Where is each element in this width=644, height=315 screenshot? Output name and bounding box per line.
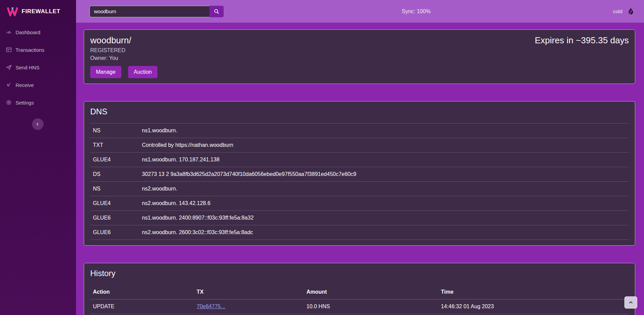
sidebar-collapse-button[interactable] <box>32 118 44 130</box>
sidebar-item-label: Transactions <box>16 47 44 53</box>
history-table: Action TX Amount Time UPDATE 70e64775...… <box>90 285 629 315</box>
domain-expiry: Expires in ~395.35 days <box>535 35 629 46</box>
table-row: GLUE4 ns2.woodburn. 143.42.128.6 <box>90 196 629 211</box>
speedometer-icon <box>6 29 12 35</box>
sidebar-item-label: Settings <box>16 100 34 106</box>
sidebar-nav: Dashboard Transactions Send HNS <box>0 23 76 111</box>
dns-record-value: ns1.woodburn. 170.187.241.138 <box>139 153 629 167</box>
wallet-mode-label: cold <box>613 8 622 14</box>
table-row: GLUE6 ns2.woodburn. 2600:3c02::f03c:93ff… <box>90 225 629 240</box>
table-row: NS ns1.woodburn. <box>90 123 629 138</box>
dns-record-value: ns2.woodburn. 2600:3c02::f03c:93ff:fe5a:… <box>139 225 629 240</box>
domain-card: woodburn/ REGISTERED Owner: You Manage A… <box>84 29 635 84</box>
history-time: 15:15:06 07 Feb 2023 <box>438 314 629 315</box>
dns-record-value: Controlled by https://nathan.woodburn <box>139 138 629 153</box>
column-header-tx: TX <box>194 285 304 299</box>
dns-record-type: GLUE4 <box>90 196 139 211</box>
scroll-to-top-button[interactable] <box>624 296 637 309</box>
table-row: UPDATE 70e64775... 10.0 HNS 14:46:32 01 … <box>90 299 629 314</box>
column-header-time: Time <box>438 285 629 299</box>
sidebar-item-send-hns[interactable]: Send HNS <box>0 59 76 76</box>
column-header-amount: Amount <box>304 285 438 299</box>
dns-table: NS ns1.woodburn. TXT Controlled by https… <box>90 123 629 240</box>
table-row: TXT Controlled by https://nathan.woodbur… <box>90 138 629 153</box>
tx-link[interactable]: 70e64775... <box>197 303 225 309</box>
table-header-row: Action TX Amount Time <box>90 285 629 299</box>
sidebar-item-dashboard[interactable]: Dashboard <box>0 23 76 41</box>
search-icon <box>214 8 220 15</box>
wallet-mode-group: cold <box>613 7 636 16</box>
dns-record-type: GLUE4 <box>90 153 139 167</box>
firewallet-logo-icon <box>7 6 18 16</box>
column-header-action: Action <box>90 285 194 299</box>
manage-button[interactable]: Manage <box>90 66 121 78</box>
history-action: RENEW <box>90 314 194 315</box>
domain-status: REGISTERED <box>90 47 629 53</box>
history-amount: 10.0 HNS <box>304 299 438 314</box>
gear-icon <box>6 99 12 106</box>
domain-buttons: Manage Auction <box>90 66 629 78</box>
chevron-left-icon <box>35 121 41 127</box>
dns-record-value: 30273 13 2 9a3a8fb3d625d2a2073d740f10da6… <box>139 167 629 182</box>
table-icon <box>6 47 12 53</box>
topbar: Sync: 100% cold <box>76 0 644 23</box>
dns-record-value: ns1.woodburn. 2400:8907::f03c:93ff:fe5a:… <box>139 211 629 225</box>
table-row: GLUE4 ns1.woodburn. 170.187.241.138 <box>90 153 629 167</box>
flame-icon[interactable] <box>626 7 636 16</box>
dns-record-value: ns2.woodburn. <box>139 182 629 196</box>
sidebar-item-label: Dashboard <box>16 29 40 35</box>
dns-record-type: TXT <box>90 138 139 153</box>
receive-icon <box>6 82 12 88</box>
history-card: History Action TX Amount Time UPDATE 70e… <box>84 263 635 315</box>
search-group <box>90 6 224 17</box>
send-icon <box>6 64 12 70</box>
chevron-up-icon <box>628 299 634 306</box>
main-content: woodburn/ REGISTERED Owner: You Manage A… <box>76 23 644 315</box>
dns-record-value: ns2.woodburn. 143.42.128.6 <box>139 196 629 211</box>
sidebar-item-label: Send HNS <box>16 65 40 70</box>
dns-record-type: NS <box>90 123 139 138</box>
sidebar-item-label: Receive <box>16 82 34 88</box>
history-action: UPDATE <box>90 299 194 314</box>
dns-card: DNS NS ns1.woodburn. TXT Controlled by h… <box>84 101 635 246</box>
sync-status: Sync: 100% <box>402 8 430 15</box>
table-row: NS ns2.woodburn. <box>90 182 629 196</box>
table-row: DS 30273 13 2 9a3a8fb3d625d2a2073d740f10… <box>90 167 629 182</box>
dns-record-type: DS <box>90 167 139 182</box>
search-input[interactable] <box>90 6 209 17</box>
search-button[interactable] <box>209 6 224 17</box>
dns-record-type: GLUE6 <box>90 225 139 240</box>
dns-card-title: DNS <box>90 107 629 116</box>
app-title: FIREWALLET <box>22 8 60 15</box>
sidebar-item-transactions[interactable]: Transactions <box>0 41 76 59</box>
app-logo[interactable]: FIREWALLET <box>0 0 76 23</box>
dns-record-value: ns1.woodburn. <box>139 123 629 138</box>
dns-record-type: NS <box>90 182 139 196</box>
sidebar-item-receive[interactable]: Receive <box>0 76 76 94</box>
history-amount: 10.0 HNS <box>304 314 438 315</box>
table-row: RENEW d79c5c6... 10.0 HNS 15:15:06 07 Fe… <box>90 314 629 315</box>
history-card-title: History <box>90 269 629 278</box>
history-time: 14:46:32 01 Aug 2023 <box>438 299 629 314</box>
domain-owner: Owner: You <box>90 55 629 61</box>
sidebar-item-settings[interactable]: Settings <box>0 94 76 111</box>
table-row: GLUE6 ns1.woodburn. 2400:8907::f03c:93ff… <box>90 211 629 225</box>
auction-button[interactable]: Auction <box>128 66 157 78</box>
dns-record-type: GLUE6 <box>90 211 139 225</box>
sidebar: FIREWALLET Dashboard Transactions <box>0 0 76 315</box>
